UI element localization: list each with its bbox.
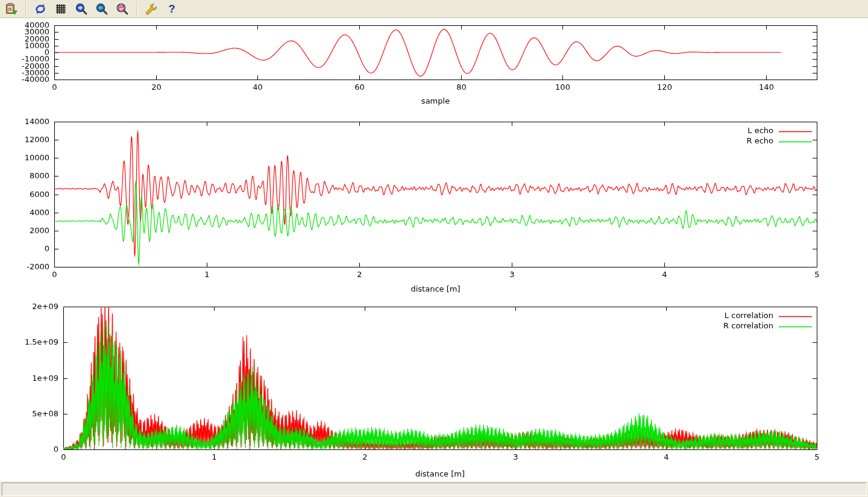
question-mark-icon: ? — [165, 2, 178, 16]
gnuplot-window: ? — [0, 0, 868, 497]
toolbar-button-copy-to-clipboard[interactable] — [3, 1, 20, 17]
toolbar-button-zoom-autoscale[interactable] — [114, 1, 131, 17]
clipboard-chart-icon — [5, 2, 18, 16]
toolbar-separator — [136, 2, 137, 16]
status-bar-text — [2, 483, 867, 496]
toolbar-button-zoom-previous[interactable] — [73, 1, 90, 17]
svg-text:?: ? — [169, 3, 175, 15]
echo-traces-chart[interactable] — [0, 117, 868, 298]
toolbar-separator — [25, 2, 27, 16]
grid-icon — [54, 2, 68, 16]
magnifier-plot-icon — [116, 2, 129, 16]
echo-input-signal-chart[interactable] — [0, 18, 868, 117]
toolbar-button-replot[interactable] — [32, 1, 49, 17]
toolbar-button-toggle-grid[interactable] — [52, 1, 69, 17]
plot-canvas-area — [0, 18, 868, 481]
magnifier-right-arrow-icon — [95, 2, 108, 16]
wrench-icon — [145, 2, 158, 16]
magnifier-left-arrow-icon — [75, 2, 88, 16]
toolbar: ? — [0, 0, 868, 18]
correlation-chart[interactable] — [0, 298, 868, 481]
toolbar-button-help[interactable]: ? — [163, 1, 180, 17]
status-bar — [0, 481, 868, 497]
toolbar-button-configure[interactable] — [143, 1, 160, 17]
toolbar-button-zoom-next[interactable] — [93, 1, 110, 17]
refresh-arrows-icon — [34, 2, 47, 16]
